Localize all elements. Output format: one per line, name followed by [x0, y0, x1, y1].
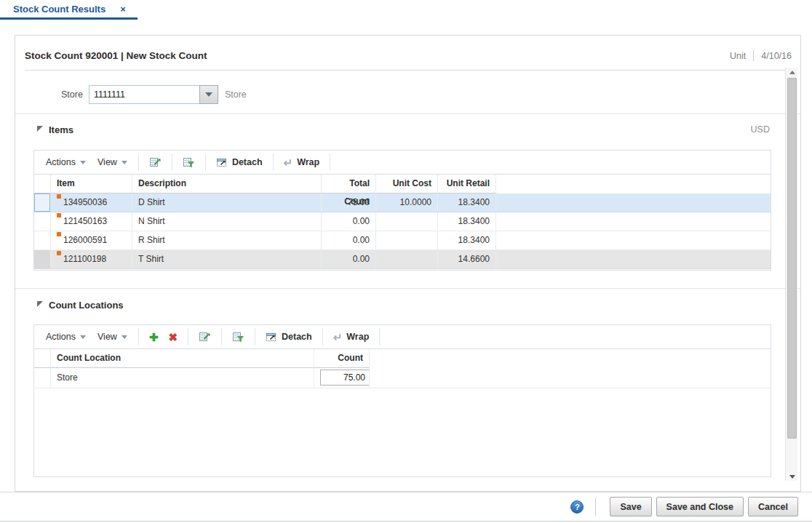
- scrollbar-thumb[interactable]: [787, 78, 797, 439]
- row-selector[interactable]: [34, 212, 51, 231]
- items-wrap-button[interactable]: ↵ Wrap: [279, 155, 325, 170]
- divider: [255, 328, 255, 346]
- store-dropdown-button[interactable]: [199, 85, 218, 104]
- scroll-down-button[interactable]: [786, 472, 798, 481]
- locations-view-menu[interactable]: View: [92, 330, 133, 344]
- store-input[interactable]: [89, 85, 199, 104]
- row-selector-header: [34, 349, 51, 368]
- locations-export-button[interactable]: [194, 329, 216, 345]
- table-row[interactable]: 121450163 N Shirt 0.00 18.3400: [34, 212, 771, 231]
- total-count-cell: 0.00: [322, 212, 376, 231]
- divider: [205, 153, 206, 171]
- count-input[interactable]: [320, 370, 370, 386]
- stock-count-panel: Stock Count 920001 | New Stock Count Uni…: [15, 35, 801, 492]
- divider: [595, 498, 597, 516]
- unit-cost-cell: [376, 212, 438, 231]
- unit-label: Unit: [730, 51, 746, 61]
- locations-table-header: Count Location Count: [34, 349, 771, 368]
- save-button[interactable]: Save: [610, 497, 651, 516]
- locations-filter-button[interactable]: [227, 329, 250, 345]
- wrap-label: Wrap: [346, 332, 369, 342]
- items-view-menu[interactable]: View: [92, 155, 133, 169]
- items-filter-button[interactable]: [178, 154, 200, 170]
- table-row[interactable]: 134950036 D Shirt 75.00 10.0000 18.3400: [34, 193, 771, 212]
- item-cell: 121450163: [51, 212, 132, 231]
- row-selector[interactable]: [34, 231, 51, 249]
- divider: [138, 153, 139, 171]
- row-selector[interactable]: [34, 193, 51, 212]
- panel-header: Stock Count 920001 | New Stock Count Uni…: [25, 50, 792, 61]
- items-collapse-icon[interactable]: [37, 126, 43, 132]
- total-count-cell: 0.00: [322, 250, 376, 268]
- view-label: View: [97, 157, 117, 167]
- col-count-location: Count Location: [51, 349, 314, 368]
- unit-retail-cell: 18.3400: [438, 212, 496, 231]
- view-label: View: [97, 332, 117, 342]
- locations-section-title: Count Locations: [49, 300, 124, 311]
- item-cell: 134950036: [51, 193, 132, 212]
- divider: [221, 328, 222, 346]
- locations-collapse-icon[interactable]: [37, 301, 43, 307]
- divider: [330, 153, 330, 171]
- delete-icon: ✖: [168, 332, 178, 343]
- table-row[interactable]: Store: [34, 368, 771, 388]
- detach-icon: [266, 331, 277, 343]
- divider: [753, 50, 754, 61]
- chevron-down-icon: [205, 92, 212, 97]
- locations-delete-button[interactable]: ✖: [163, 330, 183, 345]
- description-cell: R Shirt: [132, 231, 322, 249]
- locations-detach-button[interactable]: Detach: [260, 329, 317, 345]
- locations-wrap-button[interactable]: ↵ Wrap: [328, 330, 375, 345]
- application-window: Stock Count Results × Stock Count 920001…: [0, 0, 812, 522]
- count-date: 4/10/16: [761, 51, 792, 61]
- items-actions-menu[interactable]: Actions: [40, 155, 92, 169]
- save-and-close-button[interactable]: Save and Close: [656, 497, 744, 516]
- footer-bar: ? Save Save and Close Cancel: [0, 492, 812, 521]
- close-icon[interactable]: ×: [120, 4, 126, 15]
- row-selector[interactable]: [34, 368, 51, 388]
- store-label: Store: [61, 89, 83, 100]
- divider: [15, 288, 800, 289]
- tab-stock-count-results[interactable]: Stock Count Results ×: [0, 0, 138, 20]
- col-description: Description: [132, 175, 322, 193]
- arrow-down-icon: [789, 475, 795, 479]
- items-export-button[interactable]: [144, 154, 167, 170]
- scroll-up-button[interactable]: [786, 68, 798, 76]
- table-row[interactable]: 121100198 T Shirt 0.00 14.6600: [34, 250, 771, 269]
- items-grid: Actions View: [33, 150, 771, 271]
- table-row[interactable]: 126000591 R Shirt 0.00 18.3400: [34, 231, 771, 250]
- tab-label: Stock Count Results: [13, 4, 106, 15]
- divider: [322, 328, 323, 346]
- cancel-button[interactable]: Cancel: [748, 497, 798, 516]
- arrow-up-icon: [789, 71, 795, 74]
- export-to-excel-icon: [199, 331, 211, 343]
- locations-actions-menu[interactable]: Actions: [40, 330, 92, 344]
- vertical-scrollbar: [785, 68, 797, 481]
- divider: [379, 328, 380, 346]
- store-field-row: Store Store: [61, 85, 247, 104]
- divider: [138, 328, 139, 346]
- edited-marker-icon: [57, 251, 61, 255]
- row-selector-header: [34, 175, 51, 193]
- items-detach-button[interactable]: Detach: [211, 154, 268, 170]
- divider: [273, 153, 274, 171]
- col-count: Count: [314, 349, 370, 368]
- help-icon[interactable]: ?: [570, 500, 584, 514]
- col-unit-cost: Unit Cost: [376, 175, 438, 193]
- total-count-cell: 0.00: [322, 231, 376, 249]
- store-description: Store: [225, 89, 247, 100]
- divider: [188, 328, 188, 346]
- unit-retail-cell: 18.3400: [438, 231, 496, 249]
- item-cell: 121100198: [51, 250, 132, 268]
- col-unit-retail: Unit Retail: [438, 175, 496, 193]
- col-item: Item: [51, 175, 132, 193]
- detach-icon: [216, 156, 228, 168]
- detach-label: Detach: [282, 332, 312, 342]
- description-cell: T Shirt: [132, 250, 322, 268]
- col-total-count: Total Count: [322, 175, 376, 193]
- chevron-down-icon: [122, 161, 127, 164]
- row-selector[interactable]: [34, 250, 51, 268]
- locations-add-button[interactable]: ✚: [144, 330, 164, 345]
- export-to-excel-icon: [149, 156, 162, 168]
- edited-marker-icon: [57, 194, 61, 199]
